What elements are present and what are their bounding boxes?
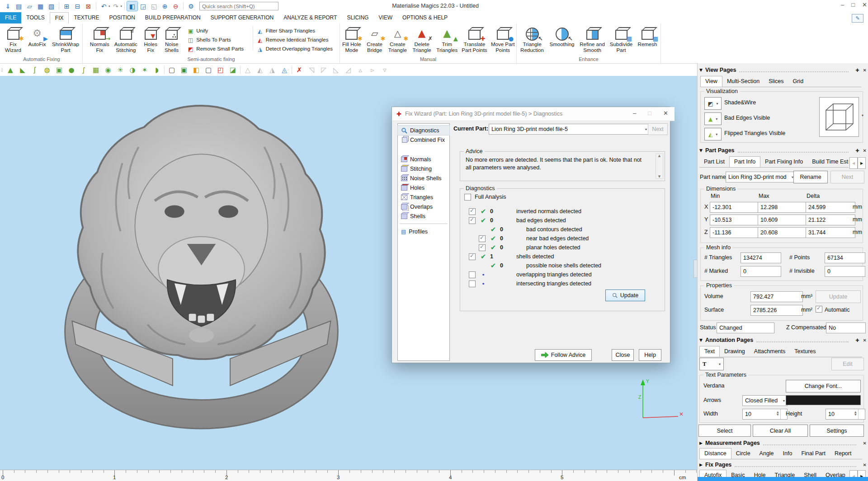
filter-sharp-triangles-button[interactable]: ◭Filter Sharp Triangles <box>257 27 340 34</box>
tab-view[interactable]: View <box>700 76 722 87</box>
automatic-surface-checkbox[interactable] <box>816 306 822 313</box>
ghost-triangle-icon[interactable]: △ <box>243 66 253 74</box>
shade-wire-dropdown[interactable]: ◩▾ <box>704 97 722 110</box>
redo-dropdown-icon[interactable]: ▾ <box>121 5 123 8</box>
fill-hole-mode-button[interactable]: ✱ Fill Hole Mode <box>340 24 363 56</box>
view-cube-preview[interactable] <box>819 97 859 137</box>
edit-annotation-button[interactable]: Edit <box>831 358 864 370</box>
autofix-button[interactable]: ⚙▶ AutoFix <box>25 24 49 56</box>
mark-window-icon[interactable]: ▣ <box>54 66 64 74</box>
save-icon[interactable]: ▦ <box>35 1 46 11</box>
tab-drawing[interactable]: Drawing <box>720 346 750 357</box>
menu-file[interactable]: FILE <box>0 12 21 23</box>
nav-combined-fix[interactable]: Combined Fix <box>398 135 449 145</box>
dim-y-delta[interactable]: 21.122 <box>806 215 855 225</box>
mark-triangle-icon[interactable]: ▲ <box>5 66 15 74</box>
status-value[interactable]: Changed <box>717 322 774 333</box>
tab-distance[interactable]: Distance <box>699 448 731 459</box>
undo-icon[interactable]: ↶ <box>99 1 109 11</box>
close-icon[interactable]: ✕ <box>863 148 867 153</box>
scroll-down-icon[interactable]: ▼ <box>658 175 660 178</box>
zoom-part-icon[interactable]: ◲ <box>138 1 148 11</box>
automatic-stitching-button[interactable]: ≡ Automatic Stitching <box>112 24 140 56</box>
update-diagnostics-button[interactable]: Update <box>605 290 645 301</box>
nav-normals[interactable]: Normals <box>398 154 449 164</box>
menu-options-help[interactable]: OPTIONS & HELP <box>397 12 453 23</box>
customize-ui-icon[interactable]: ✎ <box>852 14 863 23</box>
ghost-triangle-icon[interactable]: ▹ <box>368 66 377 74</box>
ghost-triangle-icon[interactable]: ◭ <box>255 66 265 74</box>
settings-gear-icon[interactable]: ⚙ <box>186 1 196 11</box>
tab-info[interactable]: Info <box>778 448 797 459</box>
current-part-dropdown[interactable]: Lion Ring 3D-print model file-5▾ <box>489 124 650 135</box>
full-analysis-checkbox[interactable] <box>464 194 471 201</box>
save-as-icon[interactable]: ▧ <box>46 1 57 11</box>
detect-overlapping-triangles-button[interactable]: ◮Detect Overlapping Triangles <box>257 45 340 52</box>
menu-slicing[interactable]: SLICING <box>342 12 373 23</box>
redo-icon[interactable]: ↷ <box>111 1 121 11</box>
z-compensated-value[interactable]: No <box>826 322 866 333</box>
new-document-icon[interactable]: ▤ <box>14 1 24 11</box>
shrinkwrap-part-button[interactable]: ShrinkWrap Part <box>50 24 81 56</box>
shells-checkbox[interactable] <box>469 253 476 260</box>
translate-part-points-button[interactable]: ✚ Translate Part Points <box>461 24 489 56</box>
tab-slices[interactable]: Slices <box>764 76 788 87</box>
tab-attachments[interactable]: Attachments <box>750 346 790 357</box>
fix-marked-triangles-icon[interactable]: ◬ <box>279 66 289 74</box>
part-name-dropdown[interactable]: Lion Ring 3D-print mod▾ <box>726 172 796 182</box>
trim-triangles-button[interactable]: ▲▲ Trim Triangles <box>434 24 460 56</box>
ghost-triangle-icon[interactable]: ◺ <box>331 66 341 74</box>
subdivide-part-button[interactable]: ▦ Subdivide Part <box>608 24 635 56</box>
nav-stitching[interactable]: Stitching <box>398 164 449 173</box>
flipped-triangles-dropdown[interactable]: ◭▾ <box>704 128 722 140</box>
select-annotation-button[interactable]: Select <box>698 425 751 437</box>
menu-analyze-report[interactable]: ANALYZE & REPORT <box>278 12 342 23</box>
mark-plane-icon[interactable]: ◣ <box>18 66 28 74</box>
tab-part-info[interactable]: Part Info <box>729 156 760 168</box>
pin-icon[interactable]: ✚ <box>855 148 859 153</box>
dialog-maximize-button[interactable]: □ <box>648 110 651 117</box>
shell-cube-icon[interactable]: ◪ <box>228 66 238 74</box>
mark-shell-icon[interactable]: ◉ <box>103 66 113 74</box>
overlapping-triangles-checkbox[interactable] <box>469 271 476 278</box>
smoothing-button[interactable]: ↖ Smoothing <box>547 24 577 56</box>
dim-y-max[interactable]: 10.609 <box>758 215 807 225</box>
dialog-minimize-button[interactable]: – <box>633 110 636 117</box>
tab-report[interactable]: Report <box>830 448 856 459</box>
fix-wizard-button[interactable]: ✱ Fix Wizard <box>2 24 24 56</box>
bad-edges-checkbox[interactable] <box>469 217 476 224</box>
close-button[interactable]: ✕ <box>862 1 867 8</box>
mark-curve-icon[interactable]: ʃ <box>30 66 40 74</box>
dim-z-delta[interactable]: 31.744 <box>806 227 855 238</box>
dim-y-min[interactable]: -10.513 <box>710 215 760 225</box>
triangles-count[interactable]: 134274 <box>741 252 781 263</box>
tab-multi-section[interactable]: Multi-Section <box>722 76 764 87</box>
change-font-button[interactable]: Change Font... <box>786 380 861 392</box>
measurement-pages-header[interactable]: ▶ Measurement Pages ✕ <box>699 439 867 447</box>
points-count[interactable]: 67134 <box>825 252 865 263</box>
planar-holes-checkbox[interactable] <box>479 244 486 251</box>
collapse-icon[interactable]: ▼ <box>699 338 703 342</box>
update-volume-button[interactable]: Update <box>816 290 861 303</box>
holes-fix-button[interactable]: ▼ Holes Fix <box>141 24 160 56</box>
mark-lasso-icon[interactable]: ∫ <box>79 66 89 74</box>
marked-count[interactable]: 0 <box>741 266 781 277</box>
volume-value[interactable]: 792.427 <box>750 291 803 302</box>
zoom-in-icon[interactable]: ⊕ <box>160 1 170 11</box>
tab-angle[interactable]: Angle <box>755 448 778 459</box>
triangle-reduction-button[interactable]: ↖ Triangle Reduction <box>518 24 546 56</box>
ghost-triangle-icon[interactable]: ▿ <box>380 66 390 74</box>
menu-tools[interactable]: TOOLS <box>21 12 49 23</box>
view-cube-icon[interactable]: ◱ <box>149 1 159 11</box>
close-icon[interactable]: ✕ <box>863 68 867 73</box>
mark-all-icon[interactable]: ✶ <box>140 66 150 74</box>
tabs-scroll-right[interactable]: ▶ <box>858 157 866 169</box>
remove-small-parts-button[interactable]: ◩Remove Small Parts <box>187 45 249 52</box>
invisible-count[interactable]: 0 <box>825 266 865 277</box>
dialog-close-button[interactable]: ✕ <box>663 110 668 117</box>
nav-shells[interactable]: Shells <box>398 211 449 221</box>
ghost-triangle-icon[interactable]: ◸ <box>319 66 329 74</box>
mark-surface-icon[interactable]: ◍ <box>42 66 52 74</box>
ghost-triangle-icon[interactable]: ◹ <box>307 66 316 74</box>
collapse-icon[interactable]: ▼ <box>699 68 703 72</box>
